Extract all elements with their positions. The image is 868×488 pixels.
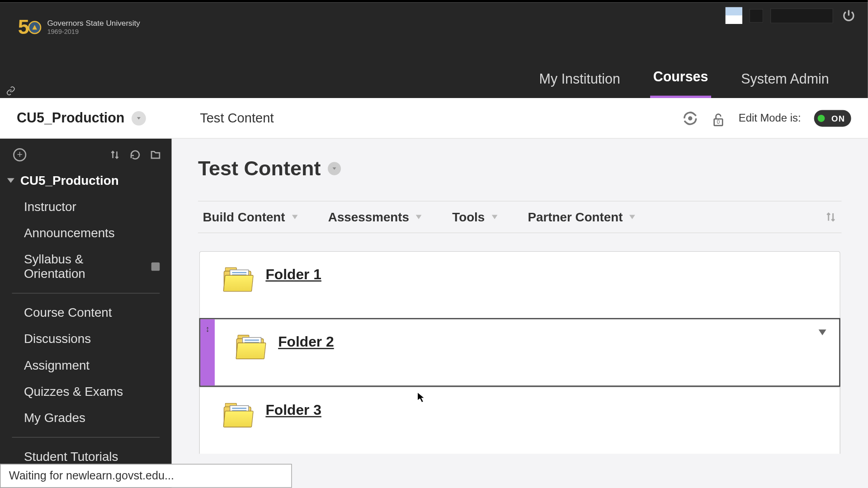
hidden-badge-icon [151,263,160,271]
page-title: Test Content [198,157,321,180]
sidebar-item-instructor[interactable]: Instructor [0,194,172,220]
browser-status-bar: Waiting for newlearn.govst.edu... [0,464,292,488]
folder-menu-icon[interactable] [818,328,827,337]
sidebar-course-home[interactable]: CU5_Production [0,165,172,194]
sidebar-item-assignment[interactable]: Assignment [0,352,172,378]
content-area: Test Content Build Content Assessments T… [172,139,868,488]
mouse-cursor [417,392,426,404]
institution-name: Governors State University [47,19,140,28]
institution-years: 1969-2019 [47,28,140,35]
page-title-menu-icon[interactable] [328,162,341,175]
nav-my-institution[interactable]: My Institution [536,61,623,98]
folder-link[interactable]: Folder 3 [265,402,321,418]
unlock-icon[interactable]: 0 [711,111,726,125]
action-partner-content[interactable]: Partner Content [528,210,636,224]
action-build-content[interactable]: Build Content [203,210,298,224]
folder-icon [224,267,251,291]
sidebar-item-course-content[interactable]: Course Content [0,300,172,326]
breadcrumb-page[interactable]: Test Content [200,110,274,126]
course-sidebar: + CU5_Production Instructor Announcement… [0,139,172,488]
global-header: 5 Governors State University 1969-2019 M… [0,2,868,98]
sidebar-add-button[interactable]: + [13,148,26,161]
sidebar-item-syllabus[interactable]: Syllabus & Orientation [0,246,172,287]
chevron-down-icon [629,213,636,221]
sidebar-refresh-icon[interactable] [130,150,141,160]
collapse-icon [7,178,14,183]
folder-list: Folder 1 ↕ Folder 2 Folder 3 [198,251,842,454]
main-nav: My Institution Courses System Admin [536,58,832,98]
nav-system-admin[interactable]: System Admin [738,61,832,98]
chevron-down-icon [291,213,298,221]
chevron-down-icon [415,213,422,221]
sidebar-reorder-icon[interactable] [109,150,120,160]
chevron-down-icon [491,213,498,221]
sidebar-folder-icon[interactable] [150,150,161,160]
folder-item[interactable]: Folder 3 [199,387,840,454]
sidebar-item-announcements[interactable]: Announcements [0,220,172,246]
edit-mode-label: Edit Mode is: [739,112,801,124]
action-tools[interactable]: Tools [452,210,498,224]
nav-courses[interactable]: Courses [650,58,711,98]
breadcrumb-chevron-icon[interactable] [132,111,146,125]
user-thumbnail[interactable] [726,7,742,24]
drag-handle[interactable]: ↕ [200,319,215,385]
folder-item[interactable]: Folder 1 [199,251,840,318]
folder-item[interactable]: ↕ Folder 2 [199,318,840,387]
breadcrumb-course[interactable]: CU5_Production [17,110,124,126]
reorder-icon[interactable] [825,211,836,223]
folder-link[interactable]: Folder 2 [278,333,334,350]
institution-logo[interactable]: 5 Governors State University 1969-2019 [18,15,140,39]
action-bar: Build Content Assessments Tools Partner … [198,201,842,233]
header-box-2[interactable] [770,8,833,23]
breadcrumb-bar: CU5_Production Test Content 0 Edit Mode … [0,98,868,139]
sidebar-item-discussions[interactable]: Discussions [0,326,172,352]
link-icon[interactable] [6,86,15,96]
sidebar-item-quizzes[interactable]: Quizzes & Exams [0,378,172,404]
action-assessments[interactable]: Assessments [328,210,422,224]
header-box-1[interactable] [750,9,763,22]
svg-point-0 [689,117,692,119]
folder-link[interactable]: Folder 1 [265,266,321,283]
svg-text:0: 0 [717,118,720,125]
folder-icon [224,403,251,427]
logout-button[interactable] [840,7,857,24]
edit-mode-toggle[interactable]: ON [814,110,851,127]
folder-icon [236,335,264,359]
refresh-icon[interactable] [682,110,698,126]
sidebar-item-grades[interactable]: My Grades [0,405,172,431]
